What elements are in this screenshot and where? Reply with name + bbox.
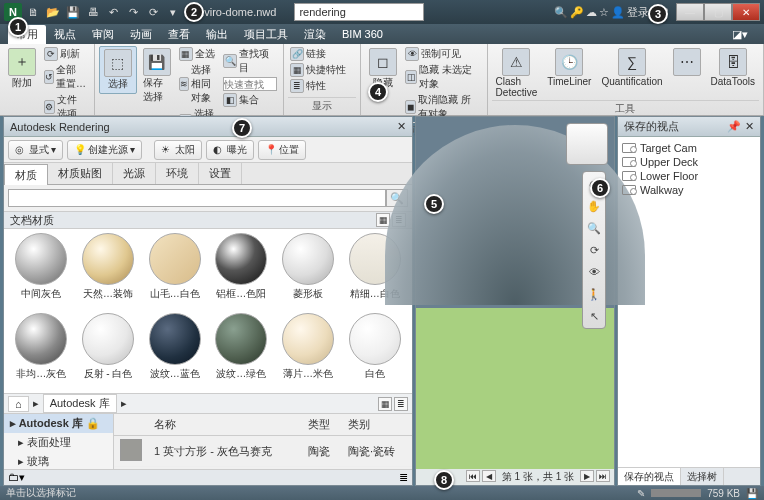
material-item[interactable]: 中间灰色 xyxy=(10,233,73,309)
user-icon[interactable]: 👤 xyxy=(611,6,625,19)
tab-animation[interactable]: 动画 xyxy=(122,25,160,44)
panel-close-icon[interactable]: ✕ xyxy=(397,120,406,133)
timeliner-button[interactable]: 🕒TimeLiner xyxy=(543,46,595,89)
rtab-selection-tree[interactable]: 选择树 xyxy=(681,468,724,485)
more-tools-button[interactable]: ⋯ xyxy=(669,46,705,78)
cloud-icon[interactable]: ☁ xyxy=(586,6,597,19)
material-item[interactable]: 天然…装饰 xyxy=(77,233,140,309)
exposure-button[interactable]: ◐曝光 xyxy=(206,140,254,160)
require-visible-button[interactable]: 👁强制可见 xyxy=(403,46,482,62)
lib-home-icon[interactable]: ⌂ xyxy=(8,396,29,412)
select-button[interactable]: ⬚选择 xyxy=(99,46,137,94)
star-icon[interactable]: ☆ xyxy=(599,6,609,19)
quick-find-input[interactable] xyxy=(221,76,279,92)
minimize-button[interactable]: — xyxy=(676,3,704,21)
key-icon[interactable]: 🔑 xyxy=(570,6,584,19)
login-label[interactable]: 登录 xyxy=(627,5,649,20)
select-all-button[interactable]: ▦全选 xyxy=(177,46,219,62)
material-item[interactable]: 反射 - 白色 xyxy=(77,313,140,389)
pan-icon[interactable]: ✋ xyxy=(585,197,603,215)
find-items-button[interactable]: 🔍查找项目 xyxy=(221,46,279,76)
close-button[interactable]: ✕ xyxy=(732,3,760,21)
tree-item[interactable]: ▸ 玻璃 xyxy=(4,452,113,469)
material-item[interactable]: 白色 xyxy=(343,313,406,389)
disk-icon[interactable]: 💾 xyxy=(746,488,758,499)
panel-close-icon[interactable]: ✕ xyxy=(745,120,754,133)
lib-tools-icon[interactable]: ≣ xyxy=(399,471,408,484)
append-button[interactable]: ＋附加 xyxy=(4,46,40,92)
hide-unselected-button[interactable]: ◫隐藏 未选定对象 xyxy=(403,62,482,92)
select-same-button[interactable]: ≋选择 相同对象 xyxy=(177,62,219,106)
qat-dropdown-icon[interactable]: ▾ xyxy=(164,3,182,21)
lib-view-grid-icon[interactable]: ▦ xyxy=(378,397,392,411)
print-icon[interactable]: 🖶 xyxy=(84,3,102,21)
walk-icon[interactable]: 🚶 xyxy=(585,285,603,303)
save-selection-button[interactable]: 💾保存选择 xyxy=(139,46,175,106)
undo-icon[interactable]: ↶ xyxy=(104,3,122,21)
tab-item-tools[interactable]: 项目工具 xyxy=(236,25,296,44)
lib-manage-icon[interactable]: 🗀▾ xyxy=(8,471,25,484)
help-search-input[interactable]: rendering xyxy=(294,3,424,21)
clash-detective-button[interactable]: ⚠Clash Detective xyxy=(492,46,542,100)
viewcube[interactable] xyxy=(566,123,608,165)
datatools-button[interactable]: 🗄DataTools xyxy=(707,46,759,89)
save-icon[interactable]: 💾 xyxy=(64,3,82,21)
viewpoint-item[interactable]: Target Cam xyxy=(622,141,756,155)
refresh-button[interactable]: ⟳刷新 xyxy=(42,46,90,62)
tab-viewpoint[interactable]: 视点 xyxy=(46,25,84,44)
location-button[interactable]: 📍位置 xyxy=(258,140,306,160)
material-item[interactable]: 菱形板 xyxy=(277,233,340,309)
search-icon[interactable]: 🔍 xyxy=(554,6,568,19)
tab-settings[interactable]: 设置 xyxy=(199,163,242,184)
links-button[interactable]: 🔗链接 xyxy=(288,46,348,62)
sun-button[interactable]: ☀太阳 xyxy=(154,140,202,160)
col-name[interactable]: 名称 xyxy=(148,414,302,436)
tab-materials[interactable]: 材质 xyxy=(4,164,48,185)
properties-button[interactable]: ≣特性 xyxy=(288,78,348,94)
quick-props-button[interactable]: ▦快捷特性 xyxy=(288,62,348,78)
lib-view-list-icon[interactable]: ≣ xyxy=(394,397,408,411)
ribbon-collapse-icon[interactable]: ◪▾ xyxy=(724,26,756,43)
tab-output[interactable]: 输出 xyxy=(198,25,236,44)
look-icon[interactable]: 👁 xyxy=(585,263,603,281)
rtab-saved-views[interactable]: 保存的视点 xyxy=(618,468,681,485)
tab-environment[interactable]: 环境 xyxy=(156,163,199,184)
material-item[interactable]: 山毛…白色 xyxy=(143,233,206,309)
tab-bim360[interactable]: BIM 360 xyxy=(334,26,391,42)
tab-view[interactable]: 查看 xyxy=(160,25,198,44)
first-sheet-icon[interactable]: ⏮ xyxy=(466,470,480,482)
table-row[interactable]: 1 英寸方形 - 灰色马赛克陶瓷陶瓷·瓷砖 xyxy=(114,436,412,467)
viewpoint-item[interactable]: Lower Floor xyxy=(622,169,756,183)
material-search-input[interactable] xyxy=(8,189,386,207)
open-icon[interactable]: 📂 xyxy=(44,3,62,21)
orbit-icon[interactable]: ⟳ xyxy=(585,241,603,259)
tab-review[interactable]: 审阅 xyxy=(84,25,122,44)
tree-root[interactable]: ▸ Autodesk 库 🔒 xyxy=(4,414,113,433)
scene-viewport[interactable]: ◎ ✋ 🔍 ⟳ 👁 🚶 ↖ ⏮ ◀ 第 1 张，共 1 张 ▶ ⏭ xyxy=(415,116,615,486)
next-sheet-icon[interactable]: ▶ xyxy=(580,470,594,482)
prev-sheet-icon[interactable]: ◀ xyxy=(482,470,496,482)
material-item[interactable]: 波纹…绿色 xyxy=(210,313,273,389)
tab-lights[interactable]: 光源 xyxy=(113,163,156,184)
reset-all-button[interactable]: ↺全部 重置… xyxy=(42,62,90,92)
quantification-button[interactable]: ∑Quantification xyxy=(597,46,666,89)
col-category[interactable]: 类别 xyxy=(342,414,412,436)
material-item[interactable]: 铝框…色阳 xyxy=(210,233,273,309)
refresh-icon[interactable]: ⟳ xyxy=(144,3,162,21)
viewpoint-item[interactable]: Walkway xyxy=(622,183,756,197)
tree-item[interactable]: ▸ 表面处理 xyxy=(4,433,113,452)
lib-autodesk[interactable]: Autodesk 库 xyxy=(43,394,117,413)
tab-material-map[interactable]: 材质贴图 xyxy=(48,163,113,184)
tab-render[interactable]: 渲染 xyxy=(296,25,334,44)
panel-dock-icon[interactable]: 📌 xyxy=(727,120,741,133)
sets-button[interactable]: ◧集合 xyxy=(221,92,279,108)
maximize-button[interactable]: ▢ xyxy=(704,3,732,21)
viewpoint-item[interactable]: Upper Deck xyxy=(622,155,756,169)
last-sheet-icon[interactable]: ⏭ xyxy=(596,470,610,482)
select-icon[interactable]: ↖ xyxy=(585,307,603,325)
col-type[interactable]: 类型 xyxy=(302,414,342,436)
create-light-button[interactable]: 💡创建光源▾ xyxy=(67,140,142,160)
display-mode-button[interactable]: ◎显式▾ xyxy=(8,140,63,160)
pencil-icon[interactable]: ✎ xyxy=(637,488,645,499)
redo-icon[interactable]: ↷ xyxy=(124,3,142,21)
